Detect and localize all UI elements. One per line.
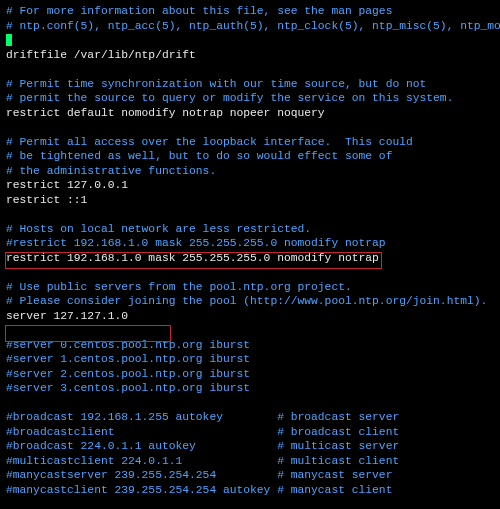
config-line: # Hosts on local network are less restri… bbox=[6, 223, 311, 235]
config-line: restrict ::1 bbox=[6, 194, 87, 206]
terminal-output: # For more information about this file, … bbox=[0, 0, 500, 501]
config-line: #server 2.centos.pool.ntp.org iburst bbox=[6, 368, 250, 380]
config-line: # Permit time synchronization with our t… bbox=[6, 78, 426, 90]
config-line: restrict 192.168.1.0 mask 255.255.255.0 … bbox=[6, 252, 379, 264]
config-line: #multicastclient 224.0.1.1 # multicast c… bbox=[6, 455, 399, 467]
config-line: # permit the source to query or modify t… bbox=[6, 92, 453, 104]
config-line: server 127.127.1.0 bbox=[6, 310, 128, 322]
config-line: driftfile /var/lib/ntp/drift bbox=[6, 49, 196, 61]
config-line: # be tightened as well, but to do so wou… bbox=[6, 150, 392, 162]
config-line: #broadcast 224.0.1.1 autokey # multicast… bbox=[6, 440, 399, 452]
config-line: #server 1.centos.pool.ntp.org iburst bbox=[6, 353, 250, 365]
config-line: #server 0.centos.pool.ntp.org iburst bbox=[6, 339, 250, 351]
config-line: # Permit all access over the loopback in… bbox=[6, 136, 413, 148]
cursor bbox=[6, 34, 12, 46]
config-line: #server 3.centos.pool.ntp.org iburst bbox=[6, 382, 250, 394]
config-line: # Please consider joining the pool (http… bbox=[6, 295, 487, 307]
config-line: restrict default nomodify notrap nopeer … bbox=[6, 107, 325, 119]
config-line: restrict 127.0.0.1 bbox=[6, 179, 128, 191]
config-line: # For more information about this file, … bbox=[6, 5, 392, 17]
config-line: # the administrative functions. bbox=[6, 165, 216, 177]
config-line: #restrict 192.168.1.0 mask 255.255.255.0… bbox=[6, 237, 386, 249]
config-line: #broadcast 192.168.1.255 autokey # broad… bbox=[6, 411, 399, 423]
config-line: # Use public servers from the pool.ntp.o… bbox=[6, 281, 352, 293]
config-line: #manycastserver 239.255.254.254 # manyca… bbox=[6, 469, 392, 481]
config-line: # ntp.conf(5), ntp_acc(5), ntp_auth(5), … bbox=[6, 20, 500, 32]
config-line: #manycastclient 239.255.254.254 autokey … bbox=[6, 484, 392, 496]
config-line: #broadcastclient # broadcast client bbox=[6, 426, 399, 438]
